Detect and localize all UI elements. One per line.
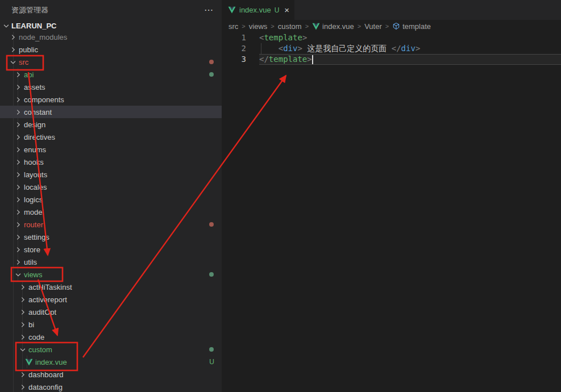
breadcrumb-item-custom[interactable]: custom [278,22,302,31]
tree-item-design[interactable]: design [0,118,222,131]
tree-item-utils[interactable]: utils [0,256,222,268]
tree-item-api[interactable]: api [0,68,222,81]
tree-item-label: enums [24,145,46,154]
tree-item-label: public [19,45,38,54]
tree-item-label: actHiTaskinst [28,283,72,291]
tree-item-bi[interactable]: bi [0,318,222,331]
tree-item-locales[interactable]: locales [0,181,222,193]
tree-item-custom[interactable]: custom [0,343,222,356]
tree-item-router[interactable]: router [0,218,222,231]
chevron-right-icon [14,82,22,91]
chevron-right-icon [14,182,22,191]
explorer-header: 资源管理器 ⋯ [0,0,222,20]
chevron-right-icon [9,45,17,54]
vue-file-icon [227,6,236,14]
tab-git-status-badge: U [275,6,280,14]
tree-item-views[interactable]: views [0,268,222,281]
breadcrumb-label: src [228,22,238,31]
chevron-right-icon [14,95,22,104]
green-dot-badge-icon [209,347,214,352]
tree-item-actHiTaskinst[interactable]: actHiTaskinst [0,281,222,293]
chevron-right-icon [14,170,22,179]
tree-item-model[interactable]: model [0,206,222,218]
tree-item-public[interactable]: public [0,43,222,56]
tree-item-label: locales [24,183,47,191]
code-token: div [283,44,297,53]
tree-item-index.vue[interactable]: index.vueU [0,356,222,368]
tree-item-src[interactable]: src [0,56,222,68]
tree-item-hooks[interactable]: hooks [0,156,222,168]
chevron-down-icon [9,57,17,66]
breadcrumb-item-src[interactable]: src [228,22,238,31]
tree-item-components[interactable]: components [0,93,222,106]
tree-item-constant[interactable]: constant [0,106,222,118]
green-dot-badge-icon [209,272,214,277]
breadcrumb-label: custom [278,22,302,31]
tree-item-dataconfig[interactable]: dataconfig [0,381,222,392]
text-cursor [312,55,313,64]
tree-item-code[interactable]: code [0,331,222,343]
code-token: > [302,33,307,42]
breadcrumb-item-template[interactable]: template [392,22,431,31]
breadcrumb-item-index.vue[interactable]: index.vue [312,22,354,31]
code-line-2[interactable]: 2 <div> 这是我自己定义的页面 </div> [222,43,561,54]
code-line-text: <template> [259,32,561,43]
tree-item-label: bi [28,320,34,329]
tree-item-label: src [19,58,28,66]
breadcrumb-label: index.vue [322,22,354,31]
tree-item-dashboard[interactable]: dashboard [0,368,222,381]
chevron-right-icon [19,282,27,291]
tree-item-label: utils [24,258,37,266]
tree-item-node_modules[interactable]: node_modules [0,31,222,43]
chevron-right-icon [14,157,22,166]
more-actions-icon[interactable]: ⋯ [204,0,214,20]
breadcrumb-label: Vuter [364,22,382,31]
tree-item-logics[interactable]: logics [0,193,222,206]
vscode-window: 资源管理器 ⋯ LEARUN_PC node_modulespublicsrca… [0,0,561,392]
tree-item-directives[interactable]: directives [0,131,222,143]
tree-root-learun-pc[interactable]: LEARUN_PC [0,20,222,31]
code-area[interactable]: 1<template>2 <div> 这是我自己定义的页面 </div>3</t… [222,32,561,65]
tree-item-label: settings [24,233,49,241]
tab-index-vue[interactable]: index.vue U × [222,0,294,20]
tree-item-settings[interactable]: settings [0,231,222,243]
tree-item-activereport[interactable]: activereport [0,293,222,306]
vue-icon [312,23,320,30]
breadcrumb: src>views>custom>index.vue>Vuter>templat… [222,20,561,32]
breadcrumb-item-views[interactable]: views [249,22,268,31]
tree-item-layouts[interactable]: layouts [0,168,222,181]
symbol-template-icon [392,22,400,30]
chevron-right-icon [14,207,22,216]
code-token: div [401,44,415,53]
tree-item-auditOpt[interactable]: auditOpt [0,306,222,318]
code-line-3[interactable]: 3</template> [222,54,561,65]
chevron-right-icon [19,382,27,391]
tree-item-label: custom [28,345,52,354]
tree-item-store[interactable]: store [0,243,222,256]
tree-item-label: layouts [24,170,47,179]
tree-item-label: design [24,120,45,129]
tree-item-assets[interactable]: assets [0,81,222,93]
code-token: > [415,44,420,53]
chevron-right-icon [19,370,27,379]
close-icon[interactable]: × [284,5,289,15]
tree-item-label: auditOpt [28,308,56,316]
line-number: 1 [222,32,259,43]
code-line-1[interactable]: 1<template> [222,32,561,43]
chevron-down-icon [14,270,22,279]
tree-item-label: components [24,95,64,104]
breadcrumb-separator-icon: > [271,23,274,30]
tree-item-label: dataconfig [28,383,63,391]
code-token: 这是我自己定义的页面 [302,44,392,53]
breadcrumb-item-Vuter[interactable]: Vuter [364,22,382,31]
editor-group: index.vue U × src>views>custom>index.vue… [222,0,561,392]
tree-item-enums[interactable]: enums [0,143,222,156]
chevron-right-icon [14,245,22,254]
breadcrumb-separator-icon: > [242,23,245,30]
chevron-right-icon [19,332,27,341]
vue-file-icon [24,358,33,366]
git-untracked-badge: U [209,358,214,366]
code-line-text: </template> [259,54,561,65]
chevron-right-icon [19,320,27,329]
tree-item-label: code [28,333,44,341]
